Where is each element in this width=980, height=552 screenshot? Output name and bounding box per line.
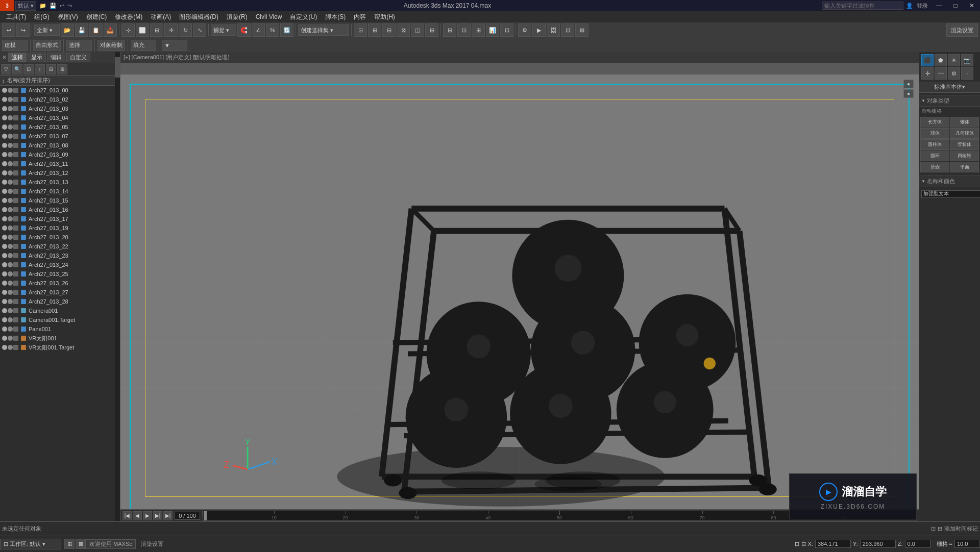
scene-item[interactable]: Arch27_013_02 (0, 95, 120, 104)
menu-create[interactable]: 创建(C) (82, 12, 111, 22)
ws-btn-1[interactable]: ⊞ (64, 539, 75, 549)
render-instance[interactable]: ⊠ (575, 23, 589, 37)
render-settings-float[interactable]: 渲染设置 (946, 23, 978, 37)
y-coord-input[interactable] (860, 540, 896, 548)
save-button[interactable]: 💾 (75, 23, 88, 37)
render-setup[interactable]: ⚙ (518, 23, 531, 37)
scene-item[interactable]: Pane001 (0, 324, 120, 334)
sort-button[interactable]: ↕ (35, 64, 45, 74)
search-input[interactable] (822, 2, 903, 10)
spinner-snap[interactable]: 🔃 (280, 23, 293, 37)
scene-item[interactable]: Arch27_013_27 (0, 288, 120, 297)
scene-item[interactable]: VR太阳001 (0, 334, 120, 343)
close-button[interactable]: ✕ (964, 0, 980, 11)
create-particles-icon[interactable]: · (961, 67, 973, 80)
scene-list[interactable]: Arch27_013_00 Arch27_013_02 Arch27_013_0… (0, 86, 120, 521)
create-shape-icon[interactable]: ⬟ (935, 54, 947, 66)
create-tab[interactable]: 建模 (2, 40, 28, 51)
scene-item[interactable]: Arch27_013_03 (0, 104, 120, 113)
open-file-button[interactable]: 📂 (61, 23, 74, 37)
main-viewport[interactable]: X Y Z ● ● (120, 63, 919, 521)
menu-animation[interactable]: 动画(A) (146, 12, 175, 22)
scene-item[interactable]: Arch27_013_07 (0, 132, 120, 141)
scene-item[interactable]: Arch27_013_23 (0, 251, 120, 260)
cone-button[interactable]: 锥体 (950, 117, 979, 128)
quick-save[interactable]: 💾 (48, 2, 58, 10)
object-name-input[interactable] (921, 190, 980, 198)
collapse-all[interactable]: ⊟ (46, 64, 56, 74)
frame-counter[interactable]: 0 / 100 (175, 512, 200, 520)
track-view[interactable]: 📊 (486, 23, 499, 37)
named-selection[interactable]: 创建选择集▾ (298, 24, 349, 36)
quick-undo[interactable]: ↩ (59, 2, 65, 10)
object-paint-tab[interactable]: 对象绘制 (97, 40, 125, 51)
scene-item[interactable]: Arch27_013_05 (0, 122, 120, 132)
freeform-tab[interactable]: 自由形式 (33, 40, 61, 51)
quick-redo[interactable]: ↪ (66, 2, 73, 10)
import-button[interactable]: 📥 (104, 23, 117, 37)
menu-graph-editors[interactable]: 图形编辑器(D) (175, 12, 223, 22)
x-coord-input[interactable] (815, 540, 851, 548)
menu-content[interactable]: 内容 (350, 12, 370, 22)
scale-tool[interactable]: ⤡ (193, 23, 206, 37)
menu-customize[interactable]: 自定义(U) (286, 12, 321, 22)
scene-item[interactable]: Camera001.Target (0, 315, 120, 324)
material-editor[interactable]: ⊡ (561, 23, 574, 37)
go-end-button[interactable]: ▶| (163, 511, 173, 520)
scene-item[interactable]: Arch27_013_15 (0, 196, 120, 205)
object-properties[interactable]: ⊞ (472, 23, 485, 37)
quick-open[interactable]: 📁 (38, 2, 47, 10)
scene-item[interactable]: Arch27_013_08 (0, 141, 120, 150)
menu-modify[interactable]: 修改器(M) (111, 12, 146, 22)
scene-item[interactable]: Arch27_013_13 (0, 178, 120, 187)
scene-item[interactable]: Arch27_013_20 (0, 233, 120, 242)
rotate-tool[interactable]: ↻ (179, 23, 192, 37)
next-frame-button[interactable]: ▶| (153, 511, 162, 520)
teapot-button[interactable]: 茶壶 (920, 162, 949, 172)
scene-list-scrollbar[interactable] (115, 52, 120, 521)
scene-item[interactable]: Arch27_013_04 (0, 113, 120, 122)
render-frame[interactable]: 🖼 (547, 23, 560, 37)
create-spacewarp-icon[interactable]: 〰 (935, 67, 947, 80)
navigation-gizmo[interactable]: ● ● (903, 80, 914, 98)
plane-button[interactable]: 平面 (950, 162, 979, 172)
layer-manager[interactable]: ⊟ (443, 23, 456, 37)
tab-display[interactable]: 显示 (28, 53, 46, 62)
scene-item[interactable]: Arch27_013_28 (0, 297, 120, 306)
scene-item[interactable]: Arch27_013_17 (0, 214, 120, 223)
create-light-icon[interactable]: ☀ (948, 54, 960, 66)
tab-select[interactable]: 选择 (8, 53, 27, 62)
cylinder-button[interactable]: 圆柱体 (920, 139, 949, 150)
scene-item[interactable]: Arch27_013_24 (0, 260, 120, 269)
create-system-icon[interactable]: ⚙ (948, 67, 960, 80)
new-scene-button[interactable]: 全新▾ (34, 24, 60, 36)
percent-snap[interactable]: % (266, 23, 279, 37)
find-button[interactable]: 🔍 (12, 64, 22, 74)
place-highlight[interactable]: ◫ (411, 23, 424, 37)
grid-input[interactable] (954, 540, 980, 548)
create-camera-icon[interactable]: 📷 (961, 54, 973, 66)
filter-button[interactable]: ▽ (1, 64, 11, 74)
select-by-name[interactable]: ⊟ (425, 23, 438, 37)
geosphere-button[interactable]: 几何球体 (950, 128, 979, 139)
menu-help[interactable]: 帮助(H) (370, 12, 399, 22)
scene-item[interactable]: Arch27_013_22 (0, 242, 120, 251)
tab-customize[interactable]: 自定义 (66, 53, 90, 62)
play-button[interactable]: ▶ (143, 511, 152, 520)
select-region[interactable]: ⬜ (136, 23, 149, 37)
add-time-marker[interactable]: 添加时间标记 (944, 525, 978, 533)
torus-button[interactable]: 圆环 (920, 150, 949, 161)
nav-btn-1[interactable]: ● (903, 80, 914, 88)
menu-tools[interactable]: 工具(T) (2, 12, 30, 22)
spacing-tool[interactable]: ⊟ (382, 23, 396, 37)
expand-all[interactable]: ⊞ (57, 64, 67, 74)
scene-item[interactable]: Arch27_013_11 (0, 159, 120, 168)
snap-toggle[interactable]: 🧲 (237, 23, 251, 37)
login-label[interactable]: 登录 (916, 2, 929, 10)
render-button[interactable]: ▶ (532, 23, 546, 37)
tab-edit[interactable]: 编辑 (47, 53, 65, 62)
move-tool[interactable]: ✛ (164, 23, 178, 37)
menu-render[interactable]: 渲染(R) (223, 12, 252, 22)
create-geometry-icon[interactable]: ⬛ (921, 54, 934, 66)
schematic-view[interactable]: ⊡ (500, 23, 513, 37)
